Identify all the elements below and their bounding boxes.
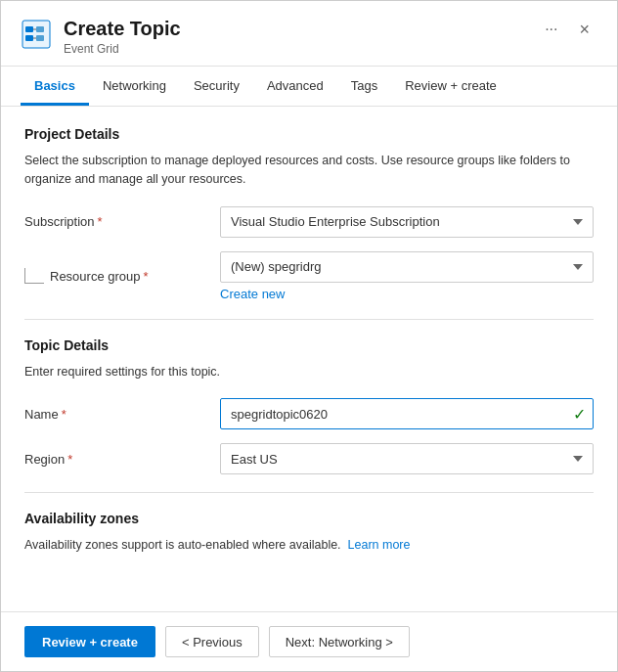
next-button[interactable]: Next: Networking > <box>269 626 410 657</box>
svg-rect-3 <box>36 26 44 32</box>
learn-more-link[interactable]: Learn more <box>348 538 411 552</box>
name-label: Name * <box>24 407 220 422</box>
dialog-title: Create Topic <box>64 17 181 40</box>
subscription-row: Subscription * Visual Studio Enterprise … <box>24 206 594 238</box>
name-input[interactable] <box>220 398 594 429</box>
availability-zones-description: Availability zones support is auto-enabl… <box>24 536 594 555</box>
review-create-button[interactable]: Review + create <box>24 626 155 657</box>
svg-rect-4 <box>36 35 44 41</box>
name-control: ✓ <box>220 398 594 429</box>
previous-button[interactable]: < Previous <box>165 626 259 657</box>
resource-group-select[interactable]: (New) spegridrg <box>220 251 594 283</box>
project-details-title: Project Details <box>24 126 594 142</box>
subscription-select[interactable]: Visual Studio Enterprise Subscription <box>220 206 594 238</box>
create-new-link[interactable]: Create new <box>220 287 285 301</box>
section-divider-2 <box>24 492 594 493</box>
resource-group-row: Resource group * (New) spegridrg Create … <box>24 251 594 301</box>
subscription-label: Subscription * <box>24 214 220 229</box>
dialog-header: Create Topic Event Grid ··· × <box>1 1 617 67</box>
tab-basics[interactable]: Basics <box>21 67 89 106</box>
tab-advanced[interactable]: Advanced <box>253 67 337 106</box>
project-details-description: Select the subscription to manage deploy… <box>24 152 594 189</box>
close-button[interactable]: × <box>571 17 597 42</box>
topic-details-title: Topic Details <box>24 337 594 353</box>
validation-check-icon: ✓ <box>573 405 586 424</box>
header-actions: ··· × <box>539 17 597 42</box>
resource-group-label: Resource group * <box>50 269 149 284</box>
resource-group-control: (New) spegridrg Create new <box>220 251 594 301</box>
region-control: East US <box>220 443 594 474</box>
main-content: Project Details Select the subscription … <box>1 107 617 611</box>
name-row: Name * ✓ <box>24 398 594 429</box>
tab-bar: Basics Networking Security Advanced Tags… <box>1 67 617 107</box>
svg-rect-0 <box>22 21 50 48</box>
tab-security[interactable]: Security <box>180 67 253 106</box>
region-label: Region * <box>24 452 220 467</box>
dialog-footer: Review + create < Previous Next: Network… <box>1 611 617 671</box>
title-group: Create Topic Event Grid <box>64 17 181 56</box>
resource-group-indent: Resource group * <box>24 268 220 284</box>
tab-review-create[interactable]: Review + create <box>391 67 510 106</box>
name-input-wrapper: ✓ <box>220 398 594 429</box>
create-topic-dialog: Create Topic Event Grid ··· × Basics Net… <box>0 0 618 672</box>
subscription-control: Visual Studio Enterprise Subscription <box>220 206 594 238</box>
region-select[interactable]: East US <box>220 443 594 474</box>
dialog-subtitle: Event Grid <box>64 42 181 56</box>
region-row: Region * East US <box>24 443 594 474</box>
tab-tags[interactable]: Tags <box>337 67 391 106</box>
svg-rect-2 <box>25 35 33 41</box>
header-left: Create Topic Event Grid <box>21 17 181 56</box>
more-options-button[interactable]: ··· <box>539 17 563 42</box>
svg-rect-1 <box>25 26 33 32</box>
availability-zones-title: Availability zones <box>24 511 594 526</box>
tab-networking[interactable]: Networking <box>89 67 180 106</box>
indent-decoration <box>24 268 44 284</box>
event-grid-icon <box>21 19 52 50</box>
section-divider-1 <box>24 319 594 320</box>
topic-details-description: Enter required settings for this topic. <box>24 363 594 381</box>
